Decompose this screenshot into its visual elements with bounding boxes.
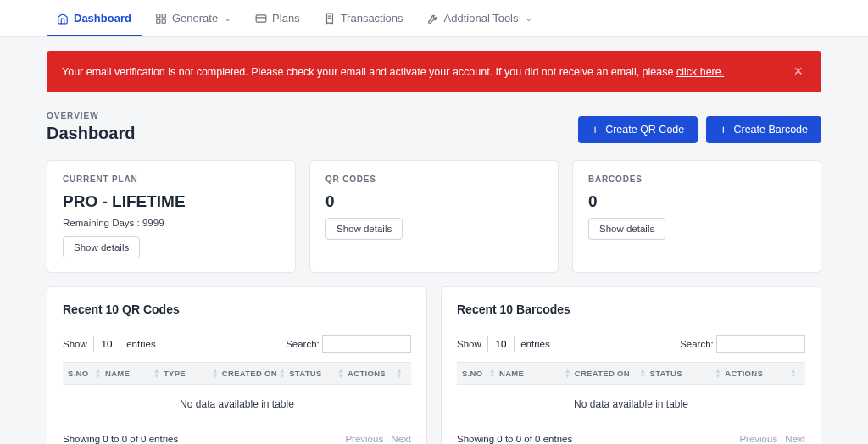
column-actions[interactable]: ACTIONS▲▼ — [348, 369, 406, 378]
show-details-button[interactable]: Show details — [588, 218, 665, 240]
plus-icon: + — [592, 124, 598, 136]
col-label: NAME — [499, 369, 524, 378]
col-label: TYPE — [164, 369, 186, 378]
entries-label: entries — [520, 339, 550, 349]
next-button[interactable]: Next — [785, 434, 805, 444]
column-status[interactable]: STATUS▲▼ — [289, 369, 348, 378]
sort-icon: ▲▼ — [489, 369, 496, 378]
col-label: S.NO — [68, 369, 88, 378]
entries-input[interactable] — [93, 336, 120, 352]
column-s-no[interactable]: S.NO▲▼ — [68, 369, 105, 378]
sort-icon: ▲▼ — [790, 369, 797, 378]
column-s-no[interactable]: S.NO▲▼ — [462, 369, 499, 378]
table-header: S.NO▲▼NAME▲▼CREATED ON▲▼STATUS▲▼ACTIONS▲… — [457, 362, 805, 385]
search-label: Search: — [286, 339, 320, 349]
entries-selector: Show entries — [63, 336, 156, 352]
card-icon — [255, 13, 267, 25]
nav-item-generate[interactable]: Generate⌄ — [145, 0, 242, 36]
create-qr-button[interactable]: +Create QR Code — [578, 116, 698, 143]
svg-rect-3 — [157, 19, 160, 23]
column-name[interactable]: NAME▲▼ — [105, 369, 164, 378]
pagination: Previous Next — [734, 434, 805, 444]
sort-icon: ▲▼ — [396, 369, 403, 378]
column-name[interactable]: NAME▲▼ — [499, 369, 575, 378]
alert-resend-link[interactable]: click here. — [676, 66, 724, 78]
table-info: Showing 0 to 0 of 0 entries — [457, 434, 572, 444]
show-details-button[interactable]: Show details — [63, 236, 140, 258]
home-icon — [57, 13, 69, 25]
close-icon[interactable]: × — [790, 63, 806, 80]
show-label: Show — [457, 339, 481, 349]
grid-icon — [155, 13, 167, 25]
column-type[interactable]: TYPE▲▼ — [164, 369, 222, 378]
no-data-message: No data available in table — [457, 385, 805, 424]
sort-icon: ▲▼ — [565, 369, 571, 378]
current-plan-card: CURRENT PLAN PRO - LIFETIME Remaining Da… — [47, 160, 296, 273]
top-nav: DashboardGenerate⌄PlansTransactionsAddti… — [0, 0, 868, 37]
recent-qr-table: Recent 10 QR Codes Show entries Search: … — [47, 286, 427, 444]
next-button[interactable]: Next — [391, 434, 411, 444]
column-created-on[interactable]: CREATED ON▲▼ — [222, 369, 289, 378]
alert-text: Your email verification is not completed… — [62, 66, 724, 78]
entries-input[interactable] — [487, 336, 515, 352]
col-label: ACTIONS — [725, 369, 763, 378]
nav-label: Generate — [172, 12, 218, 25]
show-label: Show — [63, 339, 87, 349]
col-label: CREATED ON — [222, 369, 277, 378]
plan-name: PRO - LIFETIME — [63, 192, 280, 211]
card-label: CURRENT PLAN — [63, 175, 280, 184]
receipt-icon — [324, 13, 336, 25]
card-label: BARCODES — [588, 175, 805, 184]
chevron-down-icon: ⌄ — [225, 14, 231, 23]
plus-icon: + — [720, 124, 726, 136]
sort-icon: ▲▼ — [212, 369, 219, 378]
qr-count: 0 — [326, 192, 542, 211]
search-wrap: Search: — [680, 335, 805, 353]
chevron-down-icon: ⌄ — [526, 14, 532, 23]
nav-item-addtional-tools[interactable]: Addtional Tools⌄ — [417, 0, 542, 36]
barcode-count: 0 — [588, 192, 805, 211]
create-qr-label: Create QR Code — [605, 124, 684, 136]
page-header: OVERVIEW Dashboard +Create QR Code +Crea… — [47, 111, 821, 143]
column-created-on[interactable]: CREATED ON▲▼ — [575, 369, 650, 378]
no-data-message: No data available in table — [63, 385, 411, 424]
sort-icon: ▲▼ — [153, 369, 160, 378]
svg-rect-1 — [162, 14, 165, 17]
entries-label: entries — [126, 339, 156, 349]
col-label: NAME — [105, 369, 130, 378]
search-wrap: Search: — [286, 335, 411, 353]
prev-button[interactable]: Previous — [739, 434, 777, 444]
create-barcode-button[interactable]: +Create Barcode — [706, 116, 821, 143]
nav-item-plans[interactable]: Plans — [245, 0, 310, 36]
nav-item-transactions[interactable]: Transactions — [314, 0, 414, 36]
nav-item-dashboard[interactable]: Dashboard — [47, 0, 142, 36]
nav-label: Plans — [272, 12, 300, 25]
verification-alert: Your email verification is not completed… — [47, 51, 821, 92]
entries-selector: Show entries — [457, 336, 550, 352]
sort-icon: ▲▼ — [639, 369, 646, 378]
column-actions[interactable]: ACTIONS▲▼ — [725, 369, 800, 378]
nav-label: Transactions — [341, 12, 403, 25]
prev-button[interactable]: Previous — [345, 434, 383, 444]
barcodes-card: BARCODES 0 Show details — [572, 160, 821, 273]
svg-rect-0 — [157, 14, 160, 17]
sort-icon: ▲▼ — [337, 369, 344, 378]
alert-message: Your email verification is not completed… — [62, 66, 676, 78]
col-label: STATUS — [650, 369, 682, 378]
overview-label: OVERVIEW — [47, 111, 135, 120]
qr-codes-card: QR CODES 0 Show details — [309, 160, 559, 273]
pagination: Previous Next — [340, 434, 411, 444]
search-input[interactable] — [322, 335, 411, 353]
main-container: Your email verification is not completed… — [0, 37, 868, 444]
sort-icon: ▲▼ — [279, 369, 286, 378]
create-barcode-label: Create Barcode — [733, 124, 808, 136]
column-status[interactable]: STATUS▲▼ — [650, 369, 726, 378]
table-title: Recent 10 Barcodes — [457, 302, 805, 316]
col-label: CREATED ON — [575, 369, 630, 378]
svg-rect-4 — [256, 14, 266, 21]
table-header: S.NO▲▼NAME▲▼TYPE▲▼CREATED ON▲▼STATUS▲▼AC… — [63, 362, 411, 385]
sort-icon: ▲▼ — [715, 369, 721, 378]
show-details-button[interactable]: Show details — [326, 218, 403, 240]
search-input[interactable] — [716, 335, 805, 353]
col-label: ACTIONS — [348, 369, 386, 378]
